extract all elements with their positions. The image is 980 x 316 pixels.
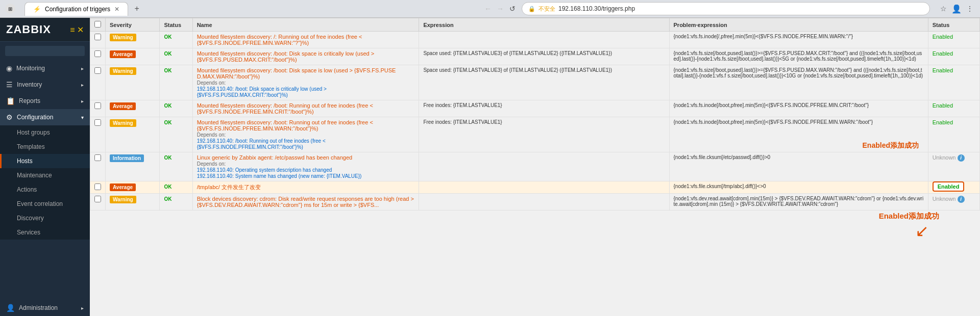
row-checkbox[interactable] [94, 67, 101, 74]
search-area[interactable]: 🔍 [0, 42, 90, 60]
depends-link[interactable]: 192.168.110.40: Operating system descrip… [197, 167, 332, 173]
problem-expr-cell: {node1:vfs.fs.size[/boot,pused].last()}>… [669, 48, 928, 65]
sidebar-item-templates[interactable]: Templates [0, 140, 90, 154]
trigger-name[interactable]: Linux generic by Zabbix agent: /etc/pass… [197, 154, 353, 161]
trigger-name[interactable]: Mounted filesystem discovery: /boot: Run… [197, 119, 373, 131]
trigger-name[interactable]: /tmp/abc/ 文件发生了改变 [197, 184, 261, 190]
trigger-name[interactable]: Block devices discovery: cdrom: Disk rea… [197, 196, 414, 208]
enabled-link[interactable]: Enabled [933, 119, 953, 125]
severity-cell: Average [106, 48, 160, 65]
depends-on-label: Depends on: [197, 80, 226, 86]
configuration-icon: ⚙ [6, 113, 13, 121]
enabled-link[interactable]: Enabled [933, 102, 953, 109]
trigger-name[interactable]: Mounted filesystem discovery: /: Running… [197, 34, 362, 46]
sidebar-item-discovery[interactable]: Discovery [0, 211, 90, 225]
address-url[interactable]: 192.168.110.30/triggers.php [558, 5, 635, 12]
depends-link[interactable]: 192.168.110.40: /boot: Running out of fr… [197, 138, 326, 150]
sidebar-item-event-correlation[interactable]: Event correlation [0, 197, 90, 211]
col-checkbox [90, 18, 106, 32]
enabled-link[interactable]: Enabled [933, 67, 953, 73]
status-ok: OK [164, 34, 172, 40]
reports-label: Reports [19, 97, 40, 104]
sidebar-item-actions[interactable]: Actions [0, 182, 90, 197]
trigger-name[interactable]: Mounted filesystem discovery: /boot: Dis… [197, 67, 396, 80]
name-cell: Mounted filesystem discovery: /boot: Dis… [192, 65, 419, 100]
sidebar-item-monitoring[interactable]: ◉ Monitoring ▸ [0, 60, 90, 76]
info-icon[interactable]: i [958, 196, 965, 203]
logo-area: ZABBIX ≡ ✕ [0, 18, 90, 42]
info-icon[interactable]: i [958, 154, 965, 162]
sidebar-item-maintenance[interactable]: Maintenance [0, 168, 90, 182]
name-cell: Mounted filesystem discovery: /: Running… [192, 32, 419, 48]
administration-label: Administration [19, 304, 58, 311]
depends-on-label: Depends on: [197, 132, 226, 138]
status-ok: OK [164, 51, 172, 57]
row-checkbox[interactable] [94, 102, 101, 109]
triggers-table: Severity Status Name Expression Problem·… [90, 18, 980, 210]
trigger-name[interactable]: Mounted filesystem discovery: /boot: Dis… [197, 50, 375, 63]
monitoring-label: Monitoring [16, 65, 45, 72]
profile-button[interactable]: 👤 [951, 4, 962, 14]
menu-button[interactable]: ⋮ [965, 4, 975, 14]
status-ok: OK [164, 120, 172, 125]
search-input[interactable] [5, 46, 85, 56]
problem-expr-cell: {node1:vfs.fs.inode[/boot,pfree].min(5m)… [669, 100, 928, 117]
depends-on-label: Depends on: [197, 161, 226, 167]
row-checkbox[interactable] [94, 34, 101, 40]
enabled-link[interactable]: Enabled [933, 34, 953, 40]
sidebar-item-host-groups[interactable]: Host groups [0, 125, 90, 140]
forward-button[interactable]: → [495, 4, 505, 14]
reports-icon: 📋 [6, 97, 15, 105]
last-status-cell: Unknown i Enabled添加成功 [928, 152, 979, 181]
col-problem-expression: Problem·expression [669, 18, 928, 32]
severity-cell: Warning [106, 194, 160, 210]
last-status-cell: Enabled [928, 65, 979, 100]
last-status-cell: Unknown i [928, 194, 979, 210]
select-all-checkbox[interactable] [94, 21, 101, 28]
browser-tab[interactable]: ⚡ Configuration of triggers ✕ [24, 2, 128, 16]
severity-badge: Warning [110, 34, 136, 41]
new-tab-button[interactable]: + [130, 2, 143, 15]
security-warning: 不安全 [538, 5, 555, 13]
last-status-cell: Enabled [928, 48, 979, 65]
reload-button[interactable]: ↺ [507, 4, 518, 14]
row-checkbox[interactable] [94, 196, 101, 202]
sidebar-item-administration[interactable]: 👤 Administration ▸ [0, 300, 90, 316]
table-row-highlighted: Average OK /tmp/abc/ 文件发生了改变 {node1:vfs.… [90, 181, 980, 194]
depends-link-2[interactable]: 192.168.110.40: System name has changed … [197, 173, 362, 179]
reports-arrow: ▸ [81, 98, 84, 104]
sidebar-item-hosts[interactable]: Hosts [0, 154, 90, 168]
row-checkbox[interactable] [94, 50, 101, 57]
enabled-button[interactable]: Enabled [933, 181, 965, 192]
trigger-name[interactable]: Mounted filesystem discovery: /boot: Run… [197, 102, 373, 115]
severity-badge: Warning [110, 67, 136, 75]
row-checkbox[interactable] [94, 154, 101, 161]
tab-close[interactable]: ✕ [114, 6, 119, 13]
bookmark-button[interactable]: ☆ [938, 4, 948, 14]
administration-arrow: ▸ [81, 305, 84, 311]
annotation-overlay: Enabled添加成功 ↙ [879, 212, 939, 241]
row-checkbox-cell [90, 194, 106, 210]
depends-link[interactable]: 192.168.110.40: /boot: Disk space is cri… [197, 86, 327, 98]
row-checkbox[interactable] [94, 183, 101, 190]
row-checkbox[interactable] [94, 119, 101, 126]
problem-expr-cell: {node1:vfs.file.cksum[/tmp/abc].diff()}<… [669, 181, 928, 194]
name-cell: Mounted filesystem discovery: /boot: Run… [192, 117, 419, 152]
severity-cell: Warning [106, 117, 160, 152]
table-row: Warning OK Block devices discovery: cdro… [90, 194, 980, 210]
sidebar-item-reports[interactable]: 📋 Reports ▸ [0, 93, 90, 109]
enabled-link[interactable]: Enabled [933, 50, 953, 57]
back-button[interactable]: ← [483, 4, 493, 14]
row-checkbox-cell [90, 65, 106, 100]
severity-badge: Average [110, 50, 136, 58]
col-expression: Expression [419, 18, 669, 32]
expression-cell [419, 32, 669, 48]
severity-badge: Warning [110, 119, 136, 127]
severity-badge: Average [110, 102, 136, 110]
severity-cell: Warning [106, 65, 160, 100]
sidebar-item-configuration[interactable]: ⚙ Configuration ▾ [0, 109, 90, 125]
sidebar-item-services[interactable]: Services [0, 225, 90, 240]
sidebar-item-inventory[interactable]: ☰ Inventory ▸ [0, 76, 90, 93]
name-cell: Mounted filesystem discovery: /boot: Dis… [192, 48, 419, 65]
problem-expr-cell: {node1:vfs.fs.size[/boot,pused].last()}>… [669, 65, 928, 100]
